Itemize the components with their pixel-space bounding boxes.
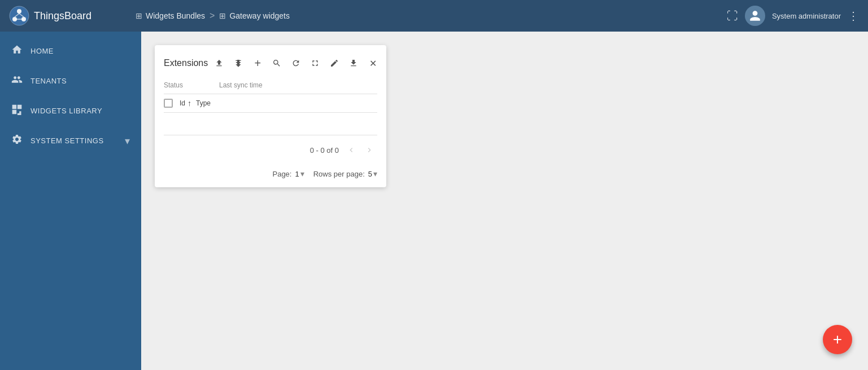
rows-dropdown-arrow: ▾: [373, 169, 377, 178]
rows-select[interactable]: 5 ▾: [368, 169, 377, 178]
avatar[interactable]: [745, 6, 765, 26]
home-icon: [11, 44, 23, 58]
search-button[interactable]: [268, 54, 286, 72]
sidebar: HOME TENANTS WIDGETS LIBRARY: [0, 32, 141, 370]
topbar-right: ⛶ System administrator ⋮: [727, 6, 859, 26]
page-dropdown-arrow: ▾: [300, 169, 304, 178]
breadcrumb: ⊞ Widgets Bundles > ⊞ Gateway widgets: [136, 11, 727, 21]
fullscreen-button[interactable]: [306, 54, 324, 72]
select-all-checkbox-container[interactable]: [164, 99, 175, 108]
close-button[interactable]: ✕: [364, 54, 382, 72]
main-layout: HOME TENANTS WIDGETS LIBRARY: [0, 32, 868, 370]
topbar: ThingsBoard ⊞ Widgets Bundles > ⊞ Gatewa…: [0, 0, 868, 32]
widgets-library-icon: [11, 104, 23, 118]
avatar-icon: [749, 10, 761, 22]
sidebar-label-tenants: TENANTS: [30, 77, 67, 85]
pagination-bar: 0 - 0 of 0: [164, 135, 377, 165]
content-area: Extensions +: [141, 32, 868, 370]
rows-value: 5: [368, 170, 372, 178]
gateway-widgets-icon: ⊞: [219, 11, 226, 20]
sidebar-item-home[interactable]: HOME: [0, 36, 141, 66]
sidebar-item-widgets-library[interactable]: WIDGETS LIBRARY: [0, 96, 141, 126]
page-select[interactable]: 1 ▾: [295, 169, 304, 178]
col-id-label: Id: [180, 99, 185, 107]
breadcrumb-label-gateway-widgets: Gateway widgets: [229, 11, 290, 20]
select-all-checkbox[interactable]: [164, 99, 173, 108]
empty-table-body: [164, 113, 377, 135]
rows-per-page-selector: Rows per page: 5 ▾: [313, 169, 377, 178]
logo-text: ThingsBoard: [34, 10, 91, 22]
widgets-bundles-icon: ⊞: [136, 11, 142, 20]
table-header-row1: Status Last sync time: [164, 77, 377, 94]
add-fab-button[interactable]: +: [823, 325, 852, 354]
table-container: Status Last sync time Id ↑ Type: [155, 77, 386, 187]
pagination-count: 0 - 0 of 0: [310, 146, 339, 155]
download-all-button[interactable]: [229, 54, 247, 72]
sidebar-label-home: HOME: [30, 47, 54, 55]
menu-icon[interactable]: ⋮: [848, 9, 859, 23]
sidebar-label-widgets-library: WIDGETS LIBRARY: [30, 107, 102, 115]
panel-toolbar: + ✕: [210, 54, 382, 72]
extensions-panel: Extensions +: [155, 45, 386, 187]
panel-header: Extensions +: [155, 45, 386, 77]
page-label: Page:: [272, 170, 291, 178]
expand-icon[interactable]: ⛶: [727, 10, 738, 23]
page-value: 1: [295, 170, 299, 178]
system-settings-expand-arrow: ▾: [125, 135, 130, 147]
breadcrumb-gateway-widgets[interactable]: ⊞ Gateway widgets: [219, 11, 290, 20]
sidebar-item-system-settings[interactable]: SYSTEM SETTINGS ▾: [0, 126, 141, 156]
next-page-button[interactable]: [361, 142, 377, 158]
col-type-header: Type: [196, 99, 377, 107]
col-status-header: Status: [164, 81, 215, 89]
page-selector: Page: 1 ▾: [272, 169, 304, 178]
fab-icon: +: [833, 332, 842, 347]
breadcrumb-label-widgets-bundles: Widgets Bundles: [146, 11, 205, 20]
refresh-button[interactable]: [287, 54, 305, 72]
col-id-header[interactable]: Id ↑: [180, 99, 191, 108]
add-button[interactable]: +: [248, 54, 267, 72]
panel-title: Extensions: [164, 58, 208, 68]
svg-point-1: [17, 9, 21, 14]
prev-page-button[interactable]: [343, 142, 359, 158]
user-name: System administrator: [772, 12, 841, 20]
edit-button[interactable]: [325, 54, 343, 72]
breadcrumb-widgets-bundles[interactable]: ⊞ Widgets Bundles: [136, 11, 205, 20]
sidebar-item-tenants[interactable]: TENANTS: [0, 66, 141, 96]
breadcrumb-separator: >: [210, 11, 215, 21]
pagination-footer: Page: 1 ▾ Rows per page: 5 ▾: [164, 165, 377, 187]
col-last-sync-header: Last sync time: [219, 81, 377, 89]
rows-per-page-label: Rows per page:: [313, 170, 365, 178]
tenants-icon: [11, 74, 23, 88]
system-settings-icon: [11, 134, 23, 148]
sort-arrow-icon: ↑: [187, 99, 191, 108]
logo: ThingsBoard: [9, 6, 122, 26]
sidebar-label-system-settings: SYSTEM SETTINGS: [30, 136, 104, 145]
upload-button[interactable]: [210, 54, 228, 72]
table-header-row2: Id ↑ Type: [164, 94, 377, 113]
logo-icon: [9, 6, 29, 26]
export-button[interactable]: [344, 54, 363, 72]
